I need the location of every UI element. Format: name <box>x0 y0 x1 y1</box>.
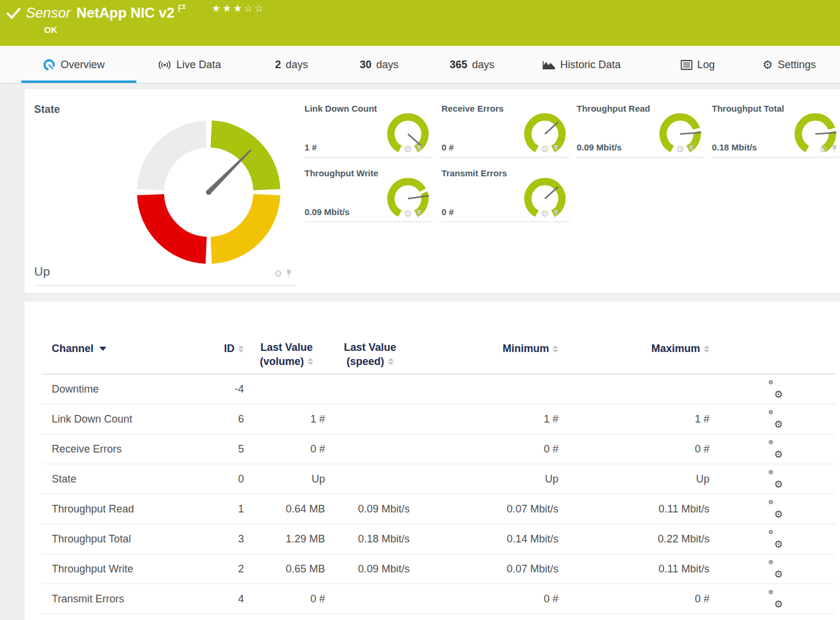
priority-stars[interactable]: ★★★☆☆ <box>212 2 265 14</box>
last-value-speed: 0.09 Mbit/s <box>330 494 410 524</box>
table-row-throughput-read: Throughput Read 1 0.64 MB 0.09 Mbit/s 0.… <box>42 494 835 524</box>
maximum-value: 0.11 Mbit/s <box>589 554 710 584</box>
channel-id: 5 <box>189 434 244 464</box>
minimum-value: Up <box>436 464 558 494</box>
maximum-value: 0 # <box>589 434 710 464</box>
gear-icon[interactable]: ⚙ <box>274 270 282 278</box>
channel-id: 0 <box>189 464 244 494</box>
last-value-volume: 1 # <box>248 404 325 434</box>
maximum-value: 0.22 Mbit/s <box>589 524 710 554</box>
tab-overview-label: Overview <box>61 59 105 71</box>
last-value-volume: 0 # <box>248 584 325 614</box>
gauge-panel-transmit-errors: Transmit Errors 0 # ⚙ <box>441 165 570 222</box>
minimum-value: 0.14 Mbit/s <box>436 524 558 554</box>
gauge-label: Throughput Total <box>712 103 784 113</box>
state-panel-title: State <box>34 103 60 116</box>
sort-arrows-icon <box>307 358 313 365</box>
column-header-channel-label: Channel <box>52 343 93 355</box>
active-tab-indicator <box>21 81 136 83</box>
gauge-value: 1 # <box>304 142 317 152</box>
gauge-panel-throughput-total: Throughput Total 0.18 Mbit/s ⚙ <box>712 100 840 157</box>
column-header-channel[interactable]: Channel <box>52 343 106 355</box>
state-value: Up <box>34 264 50 279</box>
last-value-speed: 0.09 Mbit/s <box>330 554 410 584</box>
gear-icon[interactable]: ⚙ <box>676 145 684 153</box>
object-kind-label: Sensor <box>26 5 71 21</box>
sort-caret-down-icon <box>99 347 106 351</box>
minimum-value: 0.07 Mbit/s <box>436 494 558 524</box>
channel-name: Throughput Read <box>52 494 134 524</box>
channel-name: Throughput Total <box>52 524 131 554</box>
pin-icon[interactable] <box>831 145 838 153</box>
tab-2-days[interactable]: 2 days <box>275 46 308 83</box>
tab-settings[interactable]: ⚙ Settings <box>762 46 816 83</box>
channel-settings-gear-icon[interactable]: ⚙⚙ <box>768 584 786 614</box>
last-value-volume: 1.29 MB <box>248 524 325 554</box>
state-gauge-needle <box>205 148 253 196</box>
channel-name: Link Down Count <box>52 404 132 434</box>
channel-id: -4 <box>189 374 244 404</box>
column-header-minimum-label: Minimum <box>503 343 549 355</box>
column-header-id[interactable]: ID <box>189 343 244 355</box>
last-value-volume: 0.64 MB <box>248 494 325 524</box>
pin-icon[interactable] <box>553 209 559 218</box>
gauge-panel-link-down-count: Link Down Count 1 # ⚙ <box>304 100 433 157</box>
table-row-throughput-total: Throughput Total 3 1.29 MB 0.18 Mbit/s 0… <box>42 524 835 554</box>
last-value-volume: 0 # <box>248 434 325 464</box>
last-value-speed: 0.18 Mbit/s <box>330 524 410 554</box>
tab-log[interactable]: Log <box>681 46 715 83</box>
gear-icon[interactable]: ⚙ <box>541 145 549 153</box>
channel-id: 4 <box>189 584 244 614</box>
column-header-maximum-label: Maximum <box>651 343 700 355</box>
table-row-state: State 0 Up Up Up ⚙⚙ <box>42 464 835 494</box>
gauge-panel-throughput-read: Throughput Read 0.09 Mbit/s ⚙ <box>577 100 705 157</box>
tab-30-days[interactable]: 30 days <box>360 46 399 83</box>
table-row-downtime: Downtime -4 ⚙⚙ <box>42 374 835 404</box>
gear-icon[interactable]: ⚙ <box>541 210 549 218</box>
state-gauge <box>135 119 282 266</box>
tab-365-days[interactable]: 365 days <box>450 46 494 83</box>
column-header-last-value-speed[interactable]: Last Value (speed) <box>330 340 410 368</box>
minimum-value: 0 # <box>436 584 558 614</box>
state-panel-controls: ⚙ <box>274 269 292 278</box>
tab-365-days-unit: days <box>472 59 494 71</box>
tab-overview[interactable]: Overview <box>42 46 105 83</box>
flag-icon[interactable] <box>178 4 186 13</box>
pin-icon[interactable] <box>553 145 559 153</box>
sensor-status-header: Sensor NetApp NIC v2 ★★★☆☆ OK <box>0 0 840 46</box>
gear-icon[interactable]: ⚙ <box>404 210 412 218</box>
tab-log-label: Log <box>697 59 715 71</box>
column-header-maximum[interactable]: Maximum <box>589 343 710 355</box>
pin-icon[interactable] <box>688 145 694 153</box>
pin-icon[interactable] <box>416 209 422 218</box>
tab-historic-data[interactable]: Historic Data <box>543 46 621 83</box>
table-row-transmit-errors: Transmit Errors 4 0 # 0 # 0 # ⚙⚙ <box>42 584 835 614</box>
gauge-value: 0.09 Mbit/s <box>304 207 350 217</box>
column-header-last-value-volume[interactable]: Last Value (volume) <box>248 340 325 368</box>
table-header-row: Channel ID Last Value (volume) Last Valu… <box>42 332 835 374</box>
pin-icon[interactable] <box>416 145 422 153</box>
gear-icon[interactable]: ⚙ <box>819 145 828 153</box>
gauge-value: 0.18 Mbit/s <box>712 142 757 152</box>
sort-arrows-icon <box>388 358 394 365</box>
maximum-value: Up <box>589 464 710 494</box>
tab-historic-data-label: Historic Data <box>560 59 621 71</box>
sensor-title: NetApp NIC v2 <box>76 5 175 21</box>
tab-30-days-number: 30 <box>360 59 372 71</box>
minimum-value: 1 # <box>436 404 558 434</box>
table-body: Downtime -4 ⚙⚙ Link Down Count 6 1 # 1 #… <box>42 374 835 614</box>
channel-name: Throughput Write <box>52 554 133 584</box>
channel-id: 3 <box>189 524 244 554</box>
pin-icon[interactable] <box>286 269 292 278</box>
minimum-value: 0 # <box>436 434 558 464</box>
tab-2-days-unit: days <box>286 59 308 71</box>
gauge-label: Throughput Read <box>577 103 650 113</box>
channel-name: State <box>52 464 76 494</box>
overview-gauges-card: State Up ⚙ Link Down Count 1 # ⚙ <box>25 89 840 293</box>
area-chart-icon <box>543 60 555 70</box>
tab-2-days-number: 2 <box>275 59 281 71</box>
tab-live-data[interactable]: Live Data <box>158 46 221 83</box>
tab-bar: Overview Live Data 2 days 30 days 365 da… <box>0 46 840 83</box>
column-header-minimum[interactable]: Minimum <box>436 343 558 355</box>
gear-icon[interactable]: ⚙ <box>404 145 412 153</box>
